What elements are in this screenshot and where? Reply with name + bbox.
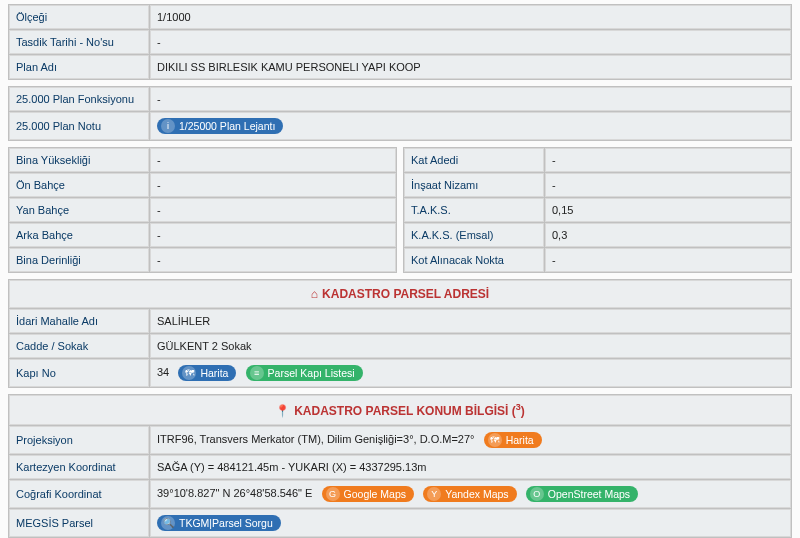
arkabahce-label: Arka Bahçe xyxy=(9,223,149,247)
kapino-cell: 34 🗺Harita ≡Parsel Kapı Listesi xyxy=(150,359,791,387)
gmaps-button[interactable]: GGoogle Maps xyxy=(322,486,414,502)
parsel-kapi-button[interactable]: ≡Parsel Kapı Listesi xyxy=(246,365,363,381)
plan-table: Ölçeği 1/1000 Tasdik Tarihi - No'su - Pl… xyxy=(8,4,792,80)
kot-label: Kot Alınacak Nokta xyxy=(404,248,544,272)
cadde-label: Cadde / Sokak xyxy=(9,334,149,358)
osm-button[interactable]: OOpenStreet Maps xyxy=(526,486,638,502)
megsis-label: MEGSİS Parsel xyxy=(9,509,149,537)
kart-label: Kartezyen Koordinat xyxy=(9,455,149,479)
megsis-cell: 🔍TKGM|Parsel Sorgu xyxy=(150,509,791,537)
home-icon: ⌂ xyxy=(311,287,318,301)
katadedi-label: Kat Adedi xyxy=(404,148,544,172)
kapino-label: Kapı No xyxy=(9,359,149,387)
onbahce-label: Ön Bahçe xyxy=(9,173,149,197)
fonksiyon-label: 25.000 Plan Fonksiyonu xyxy=(9,87,149,111)
map-icon: O xyxy=(530,487,544,501)
olcegi-value: 1/1000 xyxy=(150,5,791,29)
yanbahce-label: Yan Bahçe xyxy=(9,198,149,222)
cog-value: 39°10'8.827" N 26°48'58.546" E xyxy=(157,487,312,499)
notu-value: i1/25000 Plan Lejantı xyxy=(150,112,791,140)
insaat-label: İnşaat Nizamı xyxy=(404,173,544,197)
tasdik-label: Tasdik Tarihi - No'su xyxy=(9,30,149,54)
taks-label: T.A.K.S. xyxy=(404,198,544,222)
onbahce-value: - xyxy=(150,173,396,197)
tasdik-value: - xyxy=(150,30,791,54)
kapino-value: 34 xyxy=(157,366,169,378)
cadde-value: GÜLKENT 2 Sokak xyxy=(150,334,791,358)
binader-label: Bina Derinliği xyxy=(9,248,149,272)
harita-button[interactable]: 🗺Harita xyxy=(178,365,236,381)
arkabahce-value: - xyxy=(150,223,396,247)
ymaps-button[interactable]: YYandex Maps xyxy=(423,486,516,502)
proj-cell: ITRF96, Transvers Merkator (TM), Dilim G… xyxy=(150,426,791,454)
katadedi-value: - xyxy=(545,148,791,172)
fonksiyon-value: - xyxy=(150,87,791,111)
kart-value: SAĞA (Y) = 484121.45m - YUKARI (X) = 433… xyxy=(150,455,791,479)
map-icon: 🗺 xyxy=(182,366,196,380)
olcegi-label: Ölçeği xyxy=(9,5,149,29)
pin-icon: 📍 xyxy=(275,404,290,418)
proj-harita-button[interactable]: 🗺Harita xyxy=(484,432,542,448)
notu-label: 25.000 Plan Notu xyxy=(9,112,149,140)
dims-right-table: Kat Adedi- İnşaat Nizamı- T.A.K.S.0,15 K… xyxy=(403,147,792,273)
proj-value: ITRF96, Transvers Merkator (TM), Dilim G… xyxy=(157,433,474,445)
kaks-value: 0,3 xyxy=(545,223,791,247)
konum-header: 📍KADASTRO PARSEL KONUM BİLGİSİ (3) xyxy=(9,395,791,425)
binayuk-value: - xyxy=(150,148,396,172)
plan25-table: 25.000 Plan Fonksiyonu - 25.000 Plan Not… xyxy=(8,86,792,141)
kot-value: - xyxy=(545,248,791,272)
konum-table: 📍KADASTRO PARSEL KONUM BİLGİSİ (3) Proje… xyxy=(8,394,792,538)
yanbahce-value: - xyxy=(150,198,396,222)
cog-cell: 39°10'8.827" N 26°48'58.546" E GGoogle M… xyxy=(150,480,791,508)
adres-table: ⌂KADASTRO PARSEL ADRESİ İdari Mahalle Ad… xyxy=(8,279,792,388)
taks-value: 0,15 xyxy=(545,198,791,222)
list-icon: ≡ xyxy=(250,366,264,380)
cog-label: Coğrafi Koordinat xyxy=(9,480,149,508)
planadi-value: DIKILI SS BIRLESIK KAMU PERSONELI YAPI K… xyxy=(150,55,791,79)
binayuk-label: Bina Yüksekliği xyxy=(9,148,149,172)
adres-header: ⌂KADASTRO PARSEL ADRESİ xyxy=(9,280,791,308)
info-icon: i xyxy=(161,119,175,133)
lejant-button[interactable]: i1/25000 Plan Lejantı xyxy=(157,118,283,134)
binader-value: - xyxy=(150,248,396,272)
map-icon: Y xyxy=(427,487,441,501)
megsis-button[interactable]: 🔍TKGM|Parsel Sorgu xyxy=(157,515,281,531)
planadi-label: Plan Adı xyxy=(9,55,149,79)
insaat-value: - xyxy=(545,173,791,197)
mahalle-value: SALİHLER xyxy=(150,309,791,333)
mahalle-label: İdari Mahalle Adı xyxy=(9,309,149,333)
dims-left-table: Bina Yüksekliği- Ön Bahçe- Yan Bahçe- Ar… xyxy=(8,147,397,273)
map-icon: 🗺 xyxy=(488,433,502,447)
search-icon: 🔍 xyxy=(161,516,175,530)
kaks-label: K.A.K.S. (Emsal) xyxy=(404,223,544,247)
map-icon: G xyxy=(326,487,340,501)
proj-label: Projeksiyon xyxy=(9,426,149,454)
